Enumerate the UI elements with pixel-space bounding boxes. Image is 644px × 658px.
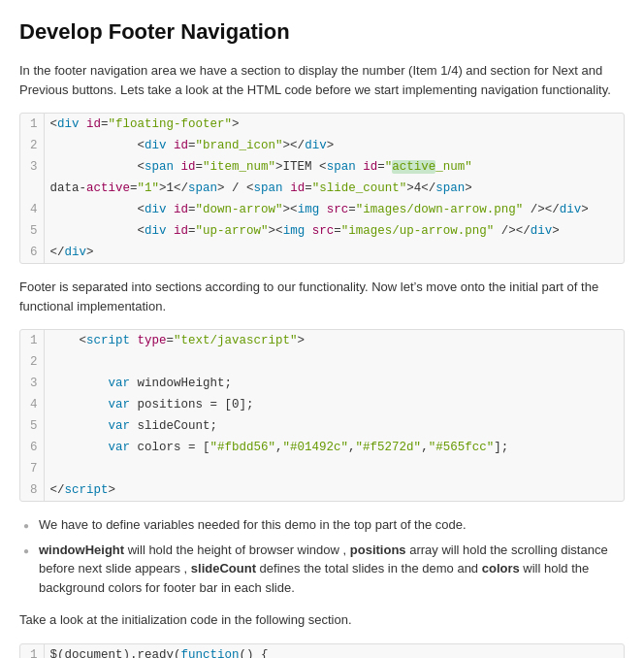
code-line: 6 </div>	[20, 242, 624, 263]
intro-text: In the footer navigation area we have a …	[19, 61, 625, 99]
take-look-text: Take a look at the initialization code i…	[19, 610, 625, 630]
code-block-2: 1 <script type="text/javascript"> 2 3 va…	[19, 329, 625, 502]
code-block-1: 1 <div id="floating-footer"> 2 <div id="…	[19, 113, 625, 264]
code-line: 4 <div id="down-arrow"><img src="images/…	[20, 199, 624, 220]
code-line: 3 var windowHeight;	[20, 373, 624, 394]
code-line: 2	[20, 351, 624, 373]
code-line: 1 $(document).ready(function() {	[20, 644, 624, 659]
code-line: 6 var colors = ["#fbdd56","#01492c","#f5…	[20, 437, 624, 458]
code-line: 5 var slideCount;	[20, 415, 624, 437]
code-line: 8 </script>	[20, 479, 624, 501]
list-item-1: We have to define variables needed for t…	[19, 515, 625, 535]
code-line: 5 <div id="up-arrow"><img src="images/up…	[20, 220, 624, 242]
code-block-3: 1 $(document).ready(function() { 2 $("#b…	[19, 643, 625, 659]
list-item-2: windowHeight will hold the height of bro…	[19, 541, 625, 598]
code-line: 4 var positions = [0];	[20, 394, 624, 415]
bullet-list: We have to define variables needed for t…	[19, 515, 625, 597]
code-line: data-active="1">1</span> / <span id="sli…	[20, 178, 624, 199]
page-title: Develop Footer Navigation	[19, 16, 625, 48]
code-line: 1 <script type="text/javascript">	[20, 330, 624, 351]
code-line: 7	[20, 458, 624, 479]
code-line: 1 <div id="floating-footer">	[20, 114, 624, 135]
code-line: 2 <div id="brand_icon"></div>	[20, 135, 624, 156]
mid-text: Footer is separated into sections accord…	[19, 278, 625, 315]
code-line: 3 <span id="item_num">ITEM <span id="act…	[20, 156, 624, 178]
